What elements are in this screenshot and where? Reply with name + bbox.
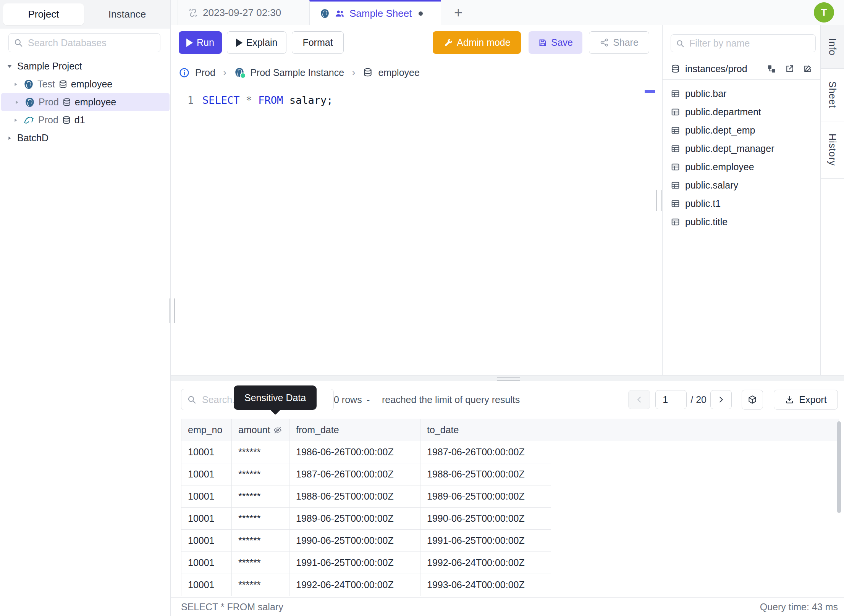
sidebar-drag-handle[interactable] [170, 298, 175, 323]
cell-emp-no[interactable]: 10001 [181, 574, 232, 596]
cell-emp-no[interactable]: 10001 [181, 530, 232, 552]
breadcrumb-instance[interactable]: Prod Sample Instance [250, 67, 344, 78]
explain-button[interactable]: Explain [227, 31, 286, 54]
column-header-emp-no[interactable]: emp_no [181, 419, 232, 441]
format-button[interactable]: Format [292, 31, 344, 54]
rail-tab-sheet[interactable]: Sheet [821, 69, 844, 121]
cell-to-date[interactable]: 1988-06-25T00:00:00Z [420, 463, 551, 485]
tree-node-prod-d1[interactable]: Prod d1 [0, 111, 171, 129]
prev-page-button[interactable] [628, 390, 650, 409]
export-button[interactable]: Export [774, 390, 838, 410]
chevron-right-icon: › [221, 66, 229, 79]
table-row[interactable]: 10001 ****** 1990-06-25T00:00:00Z 1991-0… [181, 530, 839, 552]
mysql-icon [23, 114, 35, 126]
cell-amount-masked[interactable]: ****** [232, 463, 289, 485]
page-number-input[interactable] [655, 390, 687, 409]
tree-node-batchd[interactable]: BatchD [0, 129, 171, 147]
run-button[interactable]: Run [179, 31, 222, 54]
table-icon [671, 89, 680, 98]
cell-amount-masked[interactable]: ****** [232, 552, 289, 574]
table-row[interactable]: 10001 ****** 1988-06-25T00:00:00Z 1989-0… [181, 485, 839, 508]
cell-emp-no[interactable]: 10001 [181, 441, 232, 463]
table-list-item[interactable]: public.employee [663, 158, 820, 176]
cell-amount-masked[interactable]: ****** [232, 441, 289, 463]
admin-mode-button[interactable]: Admin mode [433, 31, 521, 54]
edit-icon[interactable] [803, 64, 812, 74]
table-list-item[interactable]: public.dept_manager [663, 139, 820, 158]
user-avatar[interactable]: T [814, 2, 834, 23]
cell-from-date[interactable]: 1991-06-25T00:00:00Z [289, 552, 420, 574]
cell-from-date[interactable]: 1990-06-25T00:00:00Z [289, 530, 420, 552]
cell-to-date[interactable]: 1991-06-25T00:00:00Z [420, 530, 551, 552]
table-filter-input[interactable] [689, 37, 811, 49]
cell-to-date[interactable]: 1987-06-26T00:00:00Z [420, 441, 551, 463]
rail-tab-info[interactable]: Info [821, 25, 844, 69]
share-button[interactable]: Share [589, 31, 649, 54]
tab-instance[interactable]: Instance [84, 3, 170, 25]
database-search-input[interactable] [27, 37, 155, 49]
rail-tab-history[interactable]: History [821, 121, 844, 179]
table-row[interactable]: 10001 ****** 1987-06-26T00:00:00Z 1988-0… [181, 463, 839, 485]
tree-node-test-employee[interactable]: Test employee [0, 75, 171, 93]
table-list-item[interactable]: public.title [663, 213, 820, 231]
table-list-item[interactable]: public.t1 [663, 194, 820, 213]
cell-amount-masked[interactable]: ****** [232, 574, 289, 596]
horizontal-drag-handle[interactable] [497, 377, 520, 381]
cell-from-date[interactable]: 1992-06-24T00:00:00Z [289, 574, 420, 596]
cell-emp-no[interactable]: 10001 [181, 552, 232, 574]
table-list-item[interactable]: public.salary [663, 176, 820, 194]
table-list-item[interactable]: public.dept_emp [663, 121, 820, 139]
tab-project[interactable]: Project [3, 3, 84, 25]
cell-to-date[interactable]: 1992-06-24T00:00:00Z [420, 552, 551, 574]
column-header-from-date[interactable]: from_date [289, 419, 420, 441]
tree-node-project[interactable]: Sample Project [0, 57, 171, 75]
caret-down-icon[interactable] [5, 63, 14, 69]
cell-emp-no[interactable]: 10001 [181, 463, 232, 485]
table-list-item[interactable]: public.bar [663, 84, 820, 103]
tree-node-prod-employee[interactable]: Prod employee [1, 93, 170, 111]
breadcrumb-database[interactable]: employee [378, 67, 419, 78]
table-list-item[interactable]: public.department [663, 103, 820, 121]
table-row[interactable]: 10001 ****** 1986-06-26T00:00:00Z 1987-0… [181, 441, 839, 463]
cell-from-date[interactable]: 1987-06-26T00:00:00Z [289, 463, 420, 485]
external-link-icon[interactable] [785, 64, 794, 74]
column-header-amount[interactable]: amount [232, 419, 289, 441]
cell-from-date[interactable]: 1989-06-25T00:00:00Z [289, 508, 420, 530]
next-page-button[interactable] [710, 390, 732, 409]
cell-amount-masked[interactable]: ****** [232, 485, 289, 508]
caret-right-icon[interactable] [11, 117, 20, 123]
cell-from-date[interactable]: 1986-06-26T00:00:00Z [289, 441, 420, 463]
cell-to-date[interactable]: 1990-06-25T00:00:00Z [420, 508, 551, 530]
cell-amount-masked[interactable]: ****** [232, 508, 289, 530]
cell-from-date[interactable]: 1988-06-25T00:00:00Z [289, 485, 420, 508]
table-icon [671, 199, 680, 208]
sql-editor[interactable]: 1 SELECT * FROM salary; [171, 93, 662, 108]
caret-right-icon[interactable] [13, 99, 21, 105]
cell-emp-no[interactable]: 10001 [181, 508, 232, 530]
caret-right-icon[interactable] [5, 135, 14, 141]
info-icon[interactable] [179, 67, 190, 78]
postgres-icon [320, 8, 330, 19]
table-row[interactable]: 10001 ****** 1991-06-25T00:00:00Z 1992-0… [181, 552, 839, 574]
column-header-to-date[interactable]: to_date [420, 419, 551, 441]
table-row[interactable]: 10001 ****** 1992-06-24T00:00:00Z 1993-0… [181, 574, 839, 596]
cell-to-date[interactable]: 1993-06-24T00:00:00Z [420, 574, 551, 596]
results-resize-strip [171, 376, 844, 381]
cell-to-date[interactable]: 1989-06-25T00:00:00Z [420, 485, 551, 508]
cell-amount-masked[interactable]: ****** [232, 530, 289, 552]
breadcrumb-environment[interactable]: Prod [195, 67, 215, 78]
sheet-tab-adhoc[interactable]: 2023-09-27 02:30 [178, 0, 309, 25]
table-name: public.salary [685, 180, 738, 191]
schema-diagram-icon[interactable] [767, 64, 776, 74]
results-scrollbar[interactable] [837, 421, 841, 513]
cell-emp-no[interactable]: 10001 [181, 485, 232, 508]
new-sheet-button[interactable]: + [448, 0, 469, 25]
result-view-cube-button[interactable] [742, 390, 763, 410]
table-row[interactable]: 10001 ****** 1989-06-25T00:00:00Z 1990-0… [181, 508, 839, 530]
schema-panel-drag-handle[interactable] [656, 190, 661, 211]
caret-right-icon[interactable] [11, 81, 20, 87]
results-pagination: / 20 Export [628, 390, 838, 410]
sql-code-line[interactable]: SELECT * FROM salary; [202, 93, 333, 108]
save-button[interactable]: Save [529, 31, 582, 54]
sheet-tab-sample-sheet[interactable]: Sample Sheet [309, 0, 441, 26]
